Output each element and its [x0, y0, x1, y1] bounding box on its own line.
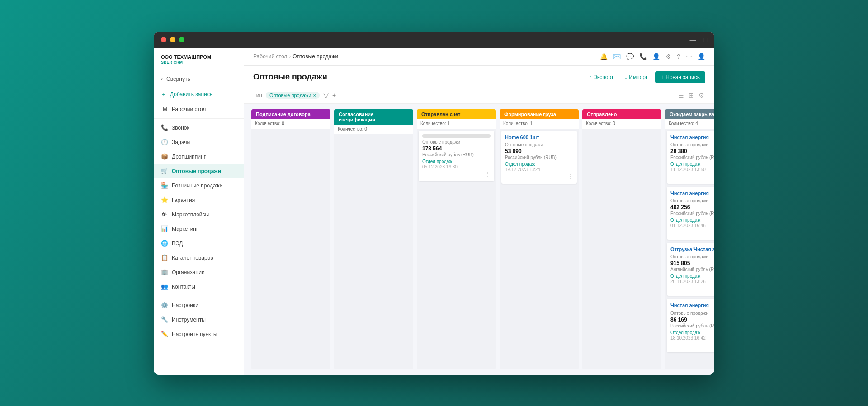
sidebar-item-label: Настроить пункты — [172, 331, 217, 337]
desktop-icon: 🖥 — [161, 106, 168, 113]
card[interactable]: Чистая энергия Оптовые продажи 462 256 Р… — [667, 187, 714, 240]
card-dept: Отдел продаж — [670, 162, 714, 167]
sidebar-item-zadachi[interactable]: 🕐 Задачи — [154, 135, 244, 149]
filter-add-icon[interactable]: + — [332, 92, 336, 99]
col-header-podpisanie: Подписание договора — [251, 109, 330, 119]
user-avatar[interactable]: 👤 — [698, 53, 705, 60]
import-button[interactable]: ↓ Импорт — [621, 72, 651, 82]
sidebar-item-marketing[interactable]: 📊 Маркетинг — [154, 222, 244, 236]
col-count-podpisanie: Количество: 0 — [251, 119, 330, 129]
col-header-otpravleno: Отправлено — [582, 109, 661, 119]
chat-icon[interactable]: 💬 — [626, 53, 634, 60]
help-icon[interactable]: ? — [677, 53, 680, 60]
card-menu-icon[interactable]: ⋮ — [670, 341, 714, 349]
maximize-button[interactable] — [179, 37, 184, 42]
sidebar-item-garantiya[interactable]: ⭐ Гарантия — [154, 193, 244, 207]
card-title: Home 600 1шт — [505, 134, 573, 140]
page-title: Оптовые продажи — [253, 72, 327, 82]
card[interactable]: Оптовые продажи 178 564 Российский рубль… — [419, 131, 494, 181]
list-view-icon[interactable]: ☰ — [677, 91, 685, 100]
sidebar-item-desktop[interactable]: 🖥 Рабочий стол — [154, 102, 244, 117]
more-icon[interactable]: ⋯ — [686, 53, 692, 60]
phone-topbar-icon[interactable]: 📞 — [639, 53, 647, 60]
sidebar-item-optovye[interactable]: 🛒 Оптовые продажи — [154, 164, 244, 178]
settings-view-icon[interactable]: ⚙ — [698, 91, 705, 100]
card-currency: Российский рубль (RUB) — [670, 155, 714, 160]
filter-tag[interactable]: Оптовые продажи × — [266, 92, 320, 99]
card-type: Оптовые продажи — [422, 140, 491, 145]
card-menu-icon[interactable]: ⋮ — [670, 285, 714, 292]
traffic-lights — [161, 37, 184, 42]
sidebar-item-instrumenty[interactable]: 🔧 Инструменты — [154, 313, 244, 327]
breadcrumb: Рабочий стол › Оптовые продажи — [253, 53, 338, 60]
bell-icon[interactable]: 🔔 — [600, 53, 608, 60]
kanban-col-soglasovanie: Согласование спецификации Количество: 0 — [334, 109, 413, 369]
maximize-icon[interactable]: □ — [703, 36, 707, 43]
card-date: 19.12.2023 13:24 — [505, 167, 573, 172]
sidebar-item-ved[interactable]: 🌐 ВЭД — [154, 236, 244, 251]
card-currency: Российский рубль (RUB) — [422, 152, 491, 157]
col-count-formirovanie: Количество: 1 — [500, 119, 579, 129]
sidebar-item-katalog[interactable]: 📋 Каталог товаров — [154, 251, 244, 265]
sidebar-item-zvonki[interactable]: 📞 Звонок — [154, 121, 244, 135]
col-cards-otpravleno — [582, 129, 661, 369]
kanban-col-podpisanie: Подписание договора Количество: 0 — [251, 109, 330, 369]
mail-icon[interactable]: ✉️ — [613, 53, 621, 60]
sidebar-item-marketplejsy[interactable]: 🛍 Маркетплейсы — [154, 207, 244, 222]
col-header-formirovanie: Формирование груза — [500, 109, 579, 119]
card-currency: Российский рубль (RUB) — [670, 211, 714, 216]
globe-icon: 🌐 — [161, 240, 168, 247]
sidebar-item-roznichnye[interactable]: 🏪 Розничные продажи — [154, 178, 244, 193]
sidebar-item-dropshipping[interactable]: 📦 Дропшиппинг — [154, 149, 244, 164]
minimize-button[interactable] — [170, 37, 175, 42]
sidebar-item-label: Задачи — [172, 139, 190, 145]
card-menu-icon[interactable]: ⋮ — [670, 173, 714, 180]
new-record-button[interactable]: + Новая запись — [655, 71, 705, 83]
sidebar-item-organizacii[interactable]: 🏢 Организации — [154, 265, 244, 280]
breadcrumb-separator: › — [289, 53, 291, 60]
shop-icon: 🏪 — [161, 182, 168, 189]
card-amount: 53 990 — [505, 148, 573, 154]
sidebar-item-label: Маркетплейсы — [172, 211, 209, 218]
sidebar-item-label: Настройки — [172, 302, 198, 308]
new-record-label: Новая запись — [665, 74, 700, 80]
settings-icon[interactable]: ⚙ — [665, 53, 671, 60]
card[interactable]: Отгрузка Чистая энергия Оптовые продажи … — [667, 243, 714, 296]
card-amount: 86 169 — [670, 317, 714, 323]
box-icon: 📦 — [161, 153, 168, 160]
sidebar-item-kontakty[interactable]: 👥 Контакты — [154, 280, 244, 294]
card-menu-icon[interactable]: ⋮ — [670, 229, 714, 236]
users-icon[interactable]: 👤 — [652, 53, 660, 60]
edit-icon: ✏️ — [161, 331, 168, 338]
minimize-icon[interactable]: — — [690, 36, 696, 43]
topbar: Рабочий стол › Оптовые продажи 🔔 ✉️ 💬 📞 … — [244, 48, 714, 66]
card-type: Оптовые продажи — [670, 254, 714, 259]
filter-settings-icon[interactable]: ▽ — [323, 91, 329, 99]
add-record-button[interactable]: ＋ Добавить запись — [154, 87, 244, 102]
card[interactable]: Home 600 1шт Оптовые продажи 53 990 Росс… — [501, 131, 577, 184]
export-icon: ↑ — [589, 74, 591, 80]
kanban-col-schet: Отправлен счет Количество: 1 Оптовые про… — [417, 109, 496, 369]
card-menu-icon[interactable]: ⋮ — [505, 173, 573, 180]
card-amount: 462 256 — [670, 204, 714, 210]
sidebar-item-label: ВЭД — [172, 240, 183, 247]
sidebar-collapse-button[interactable]: ‹ Свернуть — [154, 71, 244, 87]
kanban-col-otpravleno: Отправлено Количество: 0 — [582, 109, 661, 369]
card-menu-icon[interactable]: ⋮ — [422, 170, 491, 177]
sidebar-item-nastrojki[interactable]: ⚙️ Настройки — [154, 298, 244, 313]
chevron-left-icon: ‹ — [161, 76, 163, 82]
breadcrumb-root[interactable]: Рабочий стол — [253, 53, 287, 60]
filter-remove-icon[interactable]: × — [313, 93, 316, 98]
sidebar-item-label: Гарантия — [172, 197, 195, 203]
plus-icon: + — [660, 74, 664, 80]
collapse-label: Свернуть — [166, 76, 190, 82]
grid-view-icon[interactable]: ⊞ — [688, 91, 695, 100]
export-label: Экспорт — [593, 74, 613, 80]
export-button[interactable]: ↑ Экспорт — [585, 72, 617, 82]
sidebar-item-nastroit[interactable]: ✏️ Настроить пункты — [154, 327, 244, 341]
close-button[interactable] — [161, 37, 166, 42]
logo-company: ООО ТЕХМАШПРОМ — [161, 54, 236, 60]
logo-sub: SBER CRM — [161, 60, 236, 65]
card[interactable]: Чистая энергия Оптовые продажи 28 380 Ро… — [667, 131, 714, 184]
card[interactable]: Чистая энергия Оптовые продажи 86 169 Ро… — [667, 299, 714, 352]
